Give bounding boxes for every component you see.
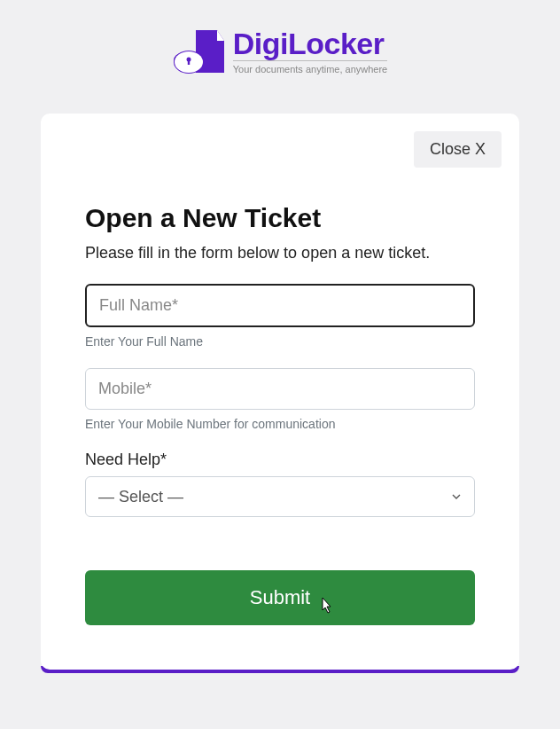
brand-name: DigiLocker (233, 28, 387, 59)
close-button[interactable]: Close X (414, 131, 502, 168)
ticket-modal: Close X Open a New Ticket Please fill in… (41, 114, 519, 670)
fullname-group: Enter Your Full Name (85, 284, 475, 349)
needhelp-select[interactable]: — Select — (85, 476, 475, 517)
form-title: Open a New Ticket (85, 203, 475, 233)
brand-logo: DigiLocker Your documents anytime, anywh… (173, 25, 387, 78)
mobile-group: Enter Your Mobile Number for communicati… (85, 368, 475, 431)
brand-tagline: Your documents anytime, anywhere (233, 60, 387, 74)
brand-icon (173, 25, 229, 78)
logo-header: DigiLocker Your documents anytime, anywh… (0, 0, 560, 96)
mobile-help: Enter Your Mobile Number for communicati… (85, 417, 475, 431)
submit-button[interactable]: Submit (85, 570, 475, 625)
needhelp-group: Need Help* — Select — (85, 451, 475, 517)
fullname-help: Enter Your Full Name (85, 334, 475, 349)
needhelp-label: Need Help* (85, 451, 475, 469)
svg-rect-5 (188, 59, 190, 65)
mobile-input[interactable] (85, 368, 475, 410)
form-subtitle: Please fill in the form below to open a … (85, 244, 475, 263)
fullname-input[interactable] (85, 284, 475, 327)
svg-point-3 (175, 55, 188, 66)
